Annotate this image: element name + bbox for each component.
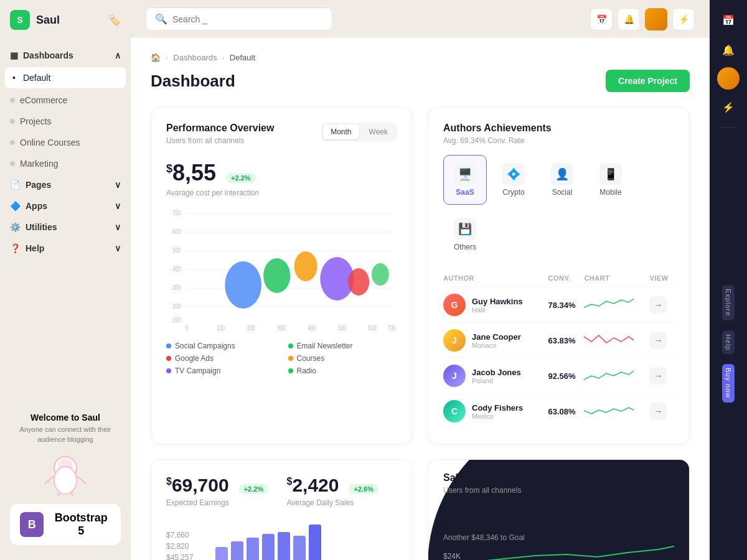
- settings-icon-btn[interactable]: ⚡: [672, 8, 695, 30]
- svg-line-5: [56, 493, 59, 496]
- legend-label: Social Campaigns: [175, 342, 235, 350]
- notification-icon-btn[interactable]: 🔔: [618, 8, 640, 30]
- earnings-value: $69,700: [166, 475, 229, 496]
- sidebar-item-apps[interactable]: 🔷 Apps ∨: [0, 195, 131, 217]
- bubble-chart: 700 600 500 400 300 200 100 0 100 200 30…: [166, 207, 397, 332]
- avatar: G: [443, 294, 466, 316]
- legend-label: Google Ads: [175, 354, 214, 363]
- welcome-title: Welcome to Saul: [10, 413, 121, 422]
- sidebar-item-utilities[interactable]: ⚙️ Utilities ∨: [0, 217, 131, 238]
- performance-title: Performance Overview: [166, 123, 274, 134]
- svg-point-30: [294, 251, 317, 281]
- social-icon: 👤: [551, 163, 573, 185]
- search-input[interactable]: [172, 14, 323, 24]
- view-button[interactable]: →: [649, 296, 667, 314]
- chevron-down-icon: ∨: [115, 180, 121, 190]
- sidebar-item-label: Default: [23, 73, 50, 83]
- authors-sub: Avg. 69.34% Conv. Rate: [443, 136, 674, 145]
- sidebar-item-dashboards[interactable]: ▦ Dashboards ∧: [0, 45, 131, 66]
- sidebar-item-label: Apps: [26, 201, 47, 211]
- avatar: C: [443, 400, 466, 422]
- table-row: J Jane Cooper Monaco 63.83%: [443, 323, 674, 358]
- explore-btn[interactable]: Explore: [722, 285, 735, 320]
- svg-text:600: 600: [369, 325, 377, 332]
- col-chart: CHART: [584, 269, 649, 287]
- svg-text:400: 400: [308, 325, 316, 332]
- breadcrumb-dashboards[interactable]: Dashboards: [173, 53, 217, 62]
- performance-badge: +2.2%: [226, 173, 256, 183]
- sidebar-item-projects[interactable]: Projects: [0, 111, 131, 132]
- svg-text:100: 100: [172, 317, 181, 324]
- legend-label: Email Newsletter: [297, 342, 353, 350]
- daily-sales-badge: +2.6%: [349, 484, 378, 494]
- sidebar-item-pages[interactable]: 📄 Pages ∨: [0, 174, 131, 195]
- view-button[interactable]: →: [649, 403, 667, 420]
- home-icon: 🏠: [151, 53, 161, 62]
- svg-text:700: 700: [388, 325, 396, 332]
- tab-crypto[interactable]: 💠 Crypto: [492, 155, 535, 205]
- tab-week[interactable]: Week: [362, 124, 395, 139]
- help-btn[interactable]: Help: [722, 330, 735, 355]
- tab-others[interactable]: 💾 Others: [443, 210, 487, 259]
- sidebar-item-label: Projects: [20, 116, 52, 126]
- legend-label: Courses: [297, 354, 325, 363]
- author-info: G Guy Hawkins Haiti: [443, 294, 548, 316]
- svg-point-2: [54, 467, 77, 494]
- calendar-icon-btn[interactable]: 📅: [590, 8, 613, 30]
- pages-icon: 📄: [10, 180, 21, 190]
- user-avatar-btn[interactable]: [645, 8, 667, 30]
- earnings-card: $69,700 +2.2% Expected Earnings $2,420 +…: [151, 459, 413, 560]
- sidebar-item-online-courses[interactable]: Online Courses: [0, 132, 131, 153]
- author-country: Haiti: [472, 306, 523, 314]
- settings-panel-btn[interactable]: ⚡: [716, 95, 741, 119]
- search-box[interactable]: 🔍: [146, 7, 332, 30]
- create-project-button[interactable]: Create Project: [606, 70, 690, 92]
- performance-card: Performance Overview Users from all chan…: [151, 107, 413, 444]
- sidebar-item-default[interactable]: Default: [5, 67, 126, 88]
- currency-symbol: $: [166, 162, 172, 175]
- buy-now-btn[interactable]: Buy now: [722, 364, 735, 402]
- topbar-right: 📅 🔔 ⚡: [590, 8, 695, 30]
- pin-icon[interactable]: 🏷️: [108, 14, 121, 26]
- nav-dot-icon: [10, 161, 15, 166]
- mobile-icon: 📱: [599, 163, 622, 185]
- svg-text:700: 700: [172, 210, 181, 217]
- tab-mobile[interactable]: 📱 Mobile: [589, 155, 632, 205]
- bootstrap-label: Bootstrap 5: [51, 511, 111, 538]
- view-button[interactable]: →: [649, 367, 667, 385]
- svg-text:200: 200: [172, 303, 181, 310]
- topbar: 🔍 📅 🔔 ⚡: [131, 0, 710, 38]
- tab-saas[interactable]: 🖥️ SaaS: [443, 155, 487, 205]
- tab-month[interactable]: Month: [323, 124, 359, 139]
- col-author: AUTHOR: [443, 269, 548, 287]
- author-name: Cody Fishers: [472, 403, 523, 413]
- legend-dot-icon: [166, 343, 171, 348]
- calendar-panel-btn[interactable]: 📅: [716, 7, 741, 32]
- welcome-sub: Anyone can connect with their audience b…: [10, 425, 121, 444]
- legend-dot-icon: [288, 343, 293, 348]
- sidebar-item-help[interactable]: ❓ Help ∨: [0, 238, 131, 259]
- legend-label: TV Campaign: [175, 366, 220, 375]
- sidebar-item-marketing[interactable]: Marketing: [0, 153, 131, 174]
- user-avatar-panel[interactable]: [717, 67, 740, 90]
- chevron-down-icon: ∨: [115, 201, 121, 211]
- author-country: Monaco: [472, 342, 521, 349]
- sidebar-illustration: [10, 449, 121, 499]
- sidebar-item-label: Online Courses: [20, 138, 80, 147]
- sidebar-header: S Saul 🏷️: [0, 0, 131, 40]
- sidebar-nav: ▦ Dashboards ∧ Default eCommerce Project…: [0, 40, 131, 403]
- legend-dot-icon: [166, 368, 171, 373]
- search-icon: 🔍: [155, 13, 167, 25]
- legend-dot-icon: [166, 356, 171, 361]
- tab-social[interactable]: 👤 Social: [540, 155, 584, 205]
- svg-text:300: 300: [278, 325, 286, 332]
- avatar: J: [443, 329, 466, 352]
- notification-panel-btn[interactable]: 🔔: [716, 37, 741, 62]
- sidebar-item-label: eCommerce: [20, 95, 67, 105]
- chevron-down-icon: ∨: [115, 222, 121, 232]
- legend-tv-campaign: TV Campaign: [166, 366, 276, 375]
- author-country: Mexico: [472, 413, 523, 420]
- view-button[interactable]: →: [649, 332, 667, 349]
- sidebar-item-ecommerce[interactable]: eCommerce: [0, 90, 131, 111]
- sales-title: Sales This Months: [443, 472, 674, 483]
